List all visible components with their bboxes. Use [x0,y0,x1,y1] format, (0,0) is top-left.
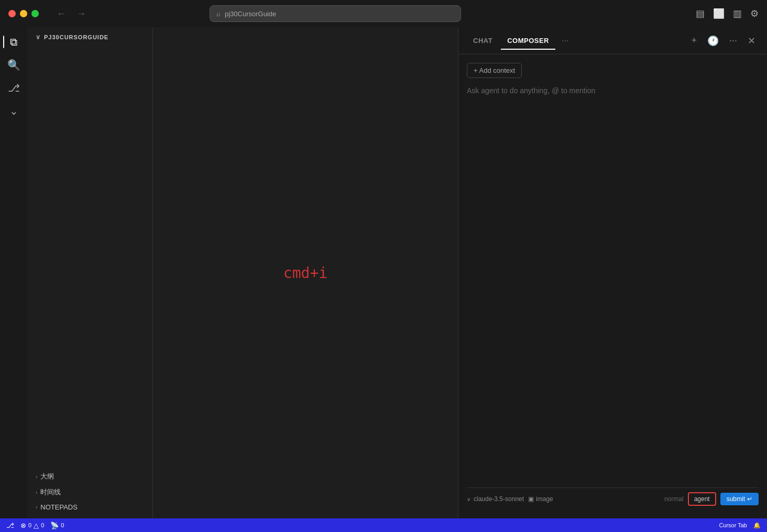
composer-area: + Add context Ask agent to do anything, … [458,54,767,518]
close-panel-button[interactable]: ✕ [744,33,759,49]
signal-count: 0 [61,522,64,528]
statusbar-signal[interactable]: 📡 0 [50,522,64,529]
outline-label: 大纲 [40,472,54,481]
tab-composer[interactable]: COMPOSER [501,32,555,50]
notepads-chevron-icon: › [36,504,37,510]
statusbar-branch[interactable]: ⎇ [6,522,14,529]
warning-count: 0 [41,522,44,528]
cursor-tab-label[interactable]: Cursor Tab [719,522,747,528]
statusbar-left: ⎇ ⊗ 0 △ 0 📡 0 [6,522,64,529]
enter-icon: ↵ [747,495,752,503]
sidebar-header: ∨ PJ30CURSORGUIDE [27,27,152,47]
agent-button[interactable]: agent [688,492,716,506]
new-chat-button[interactable]: + [688,33,700,48]
traffic-light-yellow[interactable] [20,10,27,17]
warning-icon: △ [34,522,39,529]
sidebar-item-timeline[interactable]: › 时间线 [27,484,152,500]
sidebar-item-notepads[interactable]: › NOTEPADS [27,500,152,514]
sidebar-chevron-icon: ∨ [36,34,41,41]
settings-icon[interactable]: ⚙ [750,8,759,19]
image-label: image [536,495,553,503]
tab-chat[interactable]: CHAT [467,32,499,50]
traffic-light-red[interactable] [8,10,16,17]
add-context-label: + Add context [474,66,515,74]
error-count: 0 [28,522,31,528]
activity-search-icon[interactable]: 🔍 [3,54,24,75]
nav-forward-button[interactable]: → [73,6,89,21]
activity-explorer-icon[interactable]: ⧉ [3,31,24,52]
model-selector[interactable]: ∨ claude-3.5-sonnet [467,495,524,503]
branch-icon: ⎇ [6,522,14,529]
traffic-light-green[interactable] [31,10,39,17]
history-button[interactable]: 🕐 [704,33,722,49]
nav-buttons: ← → [53,6,89,21]
sidebar-item-outline[interactable]: › 大纲 [27,469,152,484]
layout-center-icon[interactable]: ⬜ [713,8,725,19]
search-icon: ⌕ [216,10,221,18]
image-icon: ▣ [528,495,534,503]
panel-header: CHAT COMPOSER ··· + 🕐 ··· ✕ [458,27,767,54]
activity-bar: ⧉ 🔍 ⎇ ⌄ [0,27,27,518]
traffic-lights [8,10,39,17]
titlebar-actions: ▤ ⬜ ▥ ⚙ [696,8,759,19]
submit-label: submit [727,495,745,503]
normal-label: normal [664,495,684,503]
model-name: claude-3.5-sonnet [474,495,524,503]
sidebar-bottom: › 大纲 › 时间线 › NOTEPADS [27,469,152,518]
composer-placeholder: Ask agent to do anything, @ to mention [467,86,595,95]
image-button[interactable]: ▣ image [528,495,553,503]
cmd-hint-text: cmd+i [283,264,327,282]
main-layout: ⧉ 🔍 ⎇ ⌄ ∨ PJ30CURSORGUIDE › 大纲 › 时间线 › N… [0,27,767,518]
layout-right-icon[interactable]: ▥ [733,8,742,19]
sidebar: ∨ PJ30CURSORGUIDE › 大纲 › 时间线 › NOTEPADS [27,27,153,518]
titlebar: ← → ⌕ pj30CursorGuide ▤ ⬜ ▥ ⚙ [0,0,767,27]
timeline-chevron-icon: › [36,490,37,495]
layout-left-icon[interactable]: ▤ [696,8,705,19]
composer-input[interactable]: Ask agent to do anything, @ to mention [467,84,759,481]
model-chevron-icon: ∨ [467,496,470,502]
outline-chevron-icon: › [36,474,37,480]
statusbar-right: Cursor Tab 🔔 [719,522,761,529]
bell-icon[interactable]: 🔔 [753,522,761,529]
signal-icon: 📡 [50,522,59,529]
nav-back-button[interactable]: ← [53,6,69,21]
timeline-label: 时间线 [40,487,61,497]
composer-toolbar: ∨ claude-3.5-sonnet ▣ image normal agent… [467,487,759,510]
right-panel: CHAT COMPOSER ··· + 🕐 ··· ✕ + Add contex… [458,27,767,518]
error-icon: ⊗ [20,522,26,529]
panel-more-button[interactable]: ··· [726,33,740,48]
activity-more-icon[interactable]: ⌄ [3,101,24,121]
project-name: PJ30CURSORGUIDE [44,34,108,40]
add-context-button[interactable]: + Add context [467,63,522,78]
notepads-label: NOTEPADS [40,503,78,511]
statusbar-errors[interactable]: ⊗ 0 △ 0 [20,522,44,529]
search-text: pj30CursorGuide [225,10,276,18]
panel-header-actions: + 🕐 ··· ✕ [688,33,759,49]
editor-area[interactable]: cmd+i [153,27,458,518]
tabs-more-button[interactable]: ··· [557,34,573,48]
submit-button[interactable]: submit ↵ [720,493,759,505]
search-bar[interactable]: ⌕ pj30CursorGuide [210,5,461,22]
activity-scm-icon[interactable]: ⎇ [3,77,24,98]
statusbar: ⎇ ⊗ 0 △ 0 📡 0 Cursor Tab 🔔 [0,518,767,532]
